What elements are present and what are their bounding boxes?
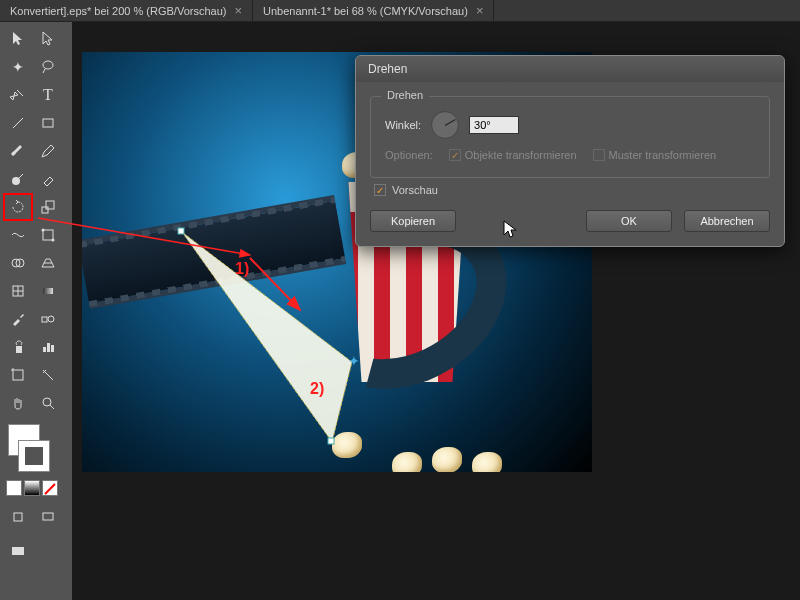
rotate-fieldset: Drehen Winkel: Optionen: ✓ Objekte trans… <box>370 96 770 178</box>
tab-document-1[interactable]: Konvertiert].eps* bei 200 % (RGB/Vorscha… <box>0 0 253 21</box>
angle-label: Winkel: <box>385 119 421 131</box>
gradient-tool[interactable] <box>34 278 62 304</box>
dialog-title: Drehen <box>356 56 784 82</box>
hand-tool[interactable] <box>4 390 32 416</box>
draw-normal-icon[interactable] <box>4 504 32 530</box>
svg-rect-26 <box>14 513 22 521</box>
svg-rect-20 <box>51 345 54 352</box>
color-mode[interactable] <box>6 480 22 496</box>
svg-rect-18 <box>43 347 46 352</box>
svg-rect-4 <box>42 207 48 213</box>
screen-mode-icon[interactable] <box>34 504 62 530</box>
svg-marker-29 <box>182 232 352 442</box>
svg-rect-27 <box>43 513 53 520</box>
paintbrush-tool[interactable] <box>4 138 32 164</box>
stroke-swatch[interactable] <box>18 440 50 472</box>
angle-wheel[interactable] <box>431 111 459 139</box>
selection-tool[interactable] <box>4 26 32 52</box>
svg-line-25 <box>50 405 54 409</box>
fill-stroke-swatch[interactable] <box>4 424 52 472</box>
svg-point-16 <box>48 316 54 322</box>
checkbox-preview[interactable]: ✓ <box>374 184 386 196</box>
rectangle-tool[interactable] <box>34 110 62 136</box>
lasso-tool[interactable] <box>34 54 62 80</box>
close-icon[interactable]: × <box>476 3 484 18</box>
svg-rect-19 <box>47 343 50 352</box>
tools-panel: ✦ T <box>0 22 72 600</box>
svg-rect-30 <box>178 228 184 234</box>
zoom-tool[interactable] <box>34 390 62 416</box>
svg-rect-5 <box>46 201 54 209</box>
blend-tool[interactable] <box>34 306 62 332</box>
svg-rect-31 <box>328 438 334 444</box>
direct-selection-tool[interactable] <box>34 26 62 52</box>
screen-cycler-icon[interactable] <box>4 538 32 564</box>
svg-rect-6 <box>43 230 53 240</box>
svg-line-1 <box>13 118 23 128</box>
preview-label: Vorschau <box>392 184 438 196</box>
svg-point-7 <box>42 229 45 232</box>
shape-builder-tool[interactable] <box>4 250 32 276</box>
pen-tool[interactable] <box>4 82 32 108</box>
magic-wand-tool[interactable]: ✦ <box>4 54 32 80</box>
checkbox-transform-objects: ✓ <box>449 149 461 161</box>
option-label: Muster transformieren <box>609 149 717 161</box>
svg-point-24 <box>43 398 51 406</box>
angle-input[interactable] <box>469 116 519 134</box>
selection-triangle: ✦ <box>172 222 432 472</box>
tab-label: Konvertiert].eps* bei 200 % (RGB/Vorscha… <box>10 5 226 17</box>
svg-text:✦: ✦ <box>348 353 360 369</box>
symbol-sprayer-tool[interactable] <box>4 334 32 360</box>
slice-tool[interactable] <box>34 362 62 388</box>
option-label: Objekte transformieren <box>465 149 577 161</box>
artboard-tool[interactable] <box>4 362 32 388</box>
gradient-mode[interactable] <box>24 480 40 496</box>
svg-point-3 <box>12 177 20 185</box>
tab-label: Unbenannt-1* bei 68 % (CMYK/Vorschau) <box>263 5 468 17</box>
options-label: Optionen: <box>385 149 433 161</box>
copy-button[interactable]: Kopieren <box>370 210 456 232</box>
rotate-dialog: Drehen Drehen Winkel: Optionen: ✓ Objekt… <box>355 55 785 247</box>
line-tool[interactable] <box>4 110 32 136</box>
width-tool[interactable] <box>4 222 32 248</box>
free-transform-tool[interactable] <box>34 222 62 248</box>
artwork-popcorn <box>432 447 462 472</box>
artwork-popcorn <box>472 452 502 472</box>
svg-point-0 <box>43 61 53 69</box>
eraser-tool[interactable] <box>34 166 62 192</box>
eyedropper-tool[interactable] <box>4 306 32 332</box>
scale-tool[interactable] <box>34 194 62 220</box>
blob-brush-tool[interactable] <box>4 166 32 192</box>
pencil-tool[interactable] <box>34 138 62 164</box>
mesh-tool[interactable] <box>4 278 32 304</box>
close-icon[interactable]: × <box>234 3 242 18</box>
fieldset-label: Drehen <box>381 89 429 101</box>
checkbox-transform-patterns <box>593 149 605 161</box>
type-tool[interactable]: T <box>34 82 62 108</box>
column-graph-tool[interactable] <box>34 334 62 360</box>
tab-document-2[interactable]: Unbenannt-1* bei 68 % (CMYK/Vorschau) × <box>253 0 494 21</box>
none-mode[interactable] <box>42 480 58 496</box>
svg-rect-17 <box>16 346 22 353</box>
svg-rect-2 <box>43 119 53 127</box>
rotate-tool[interactable] <box>4 194 32 220</box>
document-tabs: Konvertiert].eps* bei 200 % (RGB/Vorscha… <box>0 0 800 22</box>
cancel-button[interactable]: Abbrechen <box>684 210 770 232</box>
perspective-grid-tool[interactable] <box>34 250 62 276</box>
svg-rect-14 <box>43 288 53 294</box>
svg-rect-15 <box>42 317 47 322</box>
ok-button[interactable]: OK <box>586 210 672 232</box>
svg-rect-21 <box>13 370 23 380</box>
svg-rect-28 <box>12 547 24 555</box>
svg-point-8 <box>52 239 55 242</box>
